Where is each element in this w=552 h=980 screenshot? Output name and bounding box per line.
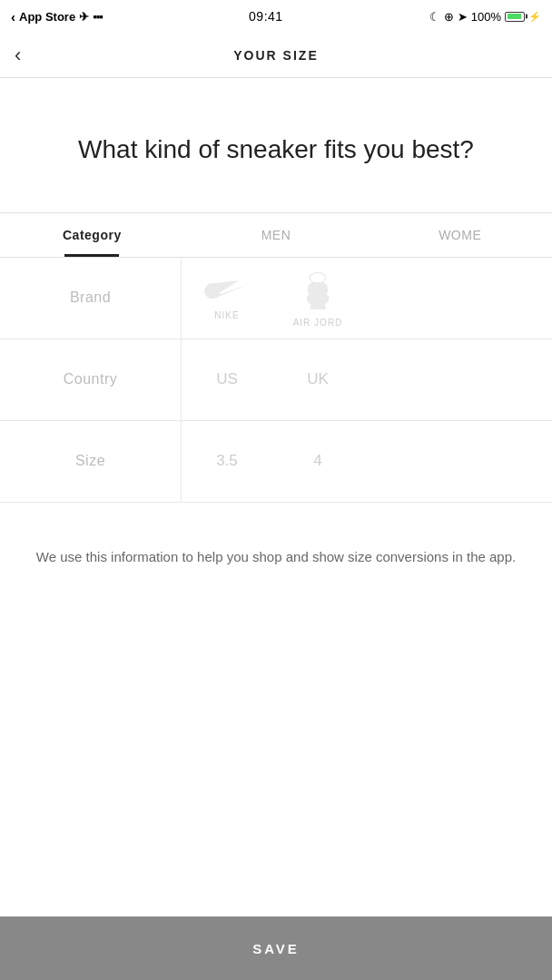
status-right: ☾ ⊕ ➤ 100% ⚡ (429, 10, 541, 24)
brand-nike-item[interactable]: NIKE (182, 265, 272, 331)
country-picker-row: Country US UK (0, 339, 552, 421)
info-section: We use this information to help you shop… (0, 503, 552, 590)
size-3-5-value: 3.5 (216, 452, 238, 470)
back-button[interactable]: ‹ (15, 44, 21, 67)
location-icon: ⊕ (444, 10, 454, 24)
status-left: ‹ App Store ✈ ▪▪▪ (11, 9, 103, 24)
direction-icon: ➤ (458, 10, 468, 24)
size-label: Size (0, 421, 182, 502)
status-bar: ‹ App Store ✈ ▪▪▪ 09:41 ☾ ⊕ ➤ 100% ⚡ (0, 0, 552, 33)
tab-men[interactable]: MEN (184, 213, 369, 257)
back-arrow-status: ‹ (11, 9, 15, 24)
size-4-value: 4 (313, 452, 321, 470)
save-button-container: SAVE (0, 916, 552, 980)
brand-label: Brand (0, 258, 182, 338)
tab-category[interactable]: Category (0, 213, 184, 257)
app-store-label: App Store (19, 10, 75, 24)
country-uk-item[interactable]: UK (272, 359, 363, 399)
info-text: We use this information to help you shop… (29, 546, 523, 568)
battery-percent: 100% (471, 10, 501, 24)
airplane-icon: ✈ (79, 10, 89, 24)
size-3-5-item[interactable]: 3.5 (182, 441, 272, 481)
tab-women[interactable]: WOME (368, 213, 552, 257)
page-title: YOUR SIZE (233, 48, 318, 63)
size-picker-scroll[interactable]: 3.5 4 (182, 421, 552, 502)
us-value: US (216, 370, 238, 388)
save-button[interactable]: SAVE (0, 916, 552, 980)
country-picker-scroll[interactable]: US UK (182, 339, 552, 420)
picker-section: Brand NIKE AIR JORD (0, 258, 552, 503)
hero-section: What kind of sneaker fits you best? (0, 78, 552, 212)
charging-icon: ⚡ (528, 11, 541, 23)
jordan-jumpman-icon (301, 269, 334, 312)
brand-picker-scroll[interactable]: NIKE AIR JORD (182, 258, 552, 338)
signal-icon: ▪▪▪ (93, 10, 103, 24)
tabs-container: Category MEN WOME (0, 213, 552, 257)
battery-icon (505, 12, 525, 22)
hero-question: What kind of sneaker fits you best? (18, 132, 534, 167)
size-picker-row: Size 3.5 4 (0, 421, 552, 503)
moon-icon: ☾ (429, 10, 440, 24)
status-time: 09:41 (249, 9, 283, 24)
nike-swoosh-icon (204, 276, 250, 305)
country-label: Country (0, 339, 182, 420)
airjordan-label: AIR JORD (293, 318, 343, 328)
nav-header: ‹ YOUR SIZE (0, 33, 552, 78)
brand-airjordan-item[interactable]: AIR JORD (272, 258, 363, 338)
brand-picker-row: Brand NIKE AIR JORD (0, 258, 552, 339)
uk-value: UK (307, 370, 329, 388)
size-4-item[interactable]: 4 (272, 441, 363, 481)
nike-label: NIKE (214, 310, 239, 320)
country-us-item[interactable]: US (182, 359, 272, 399)
